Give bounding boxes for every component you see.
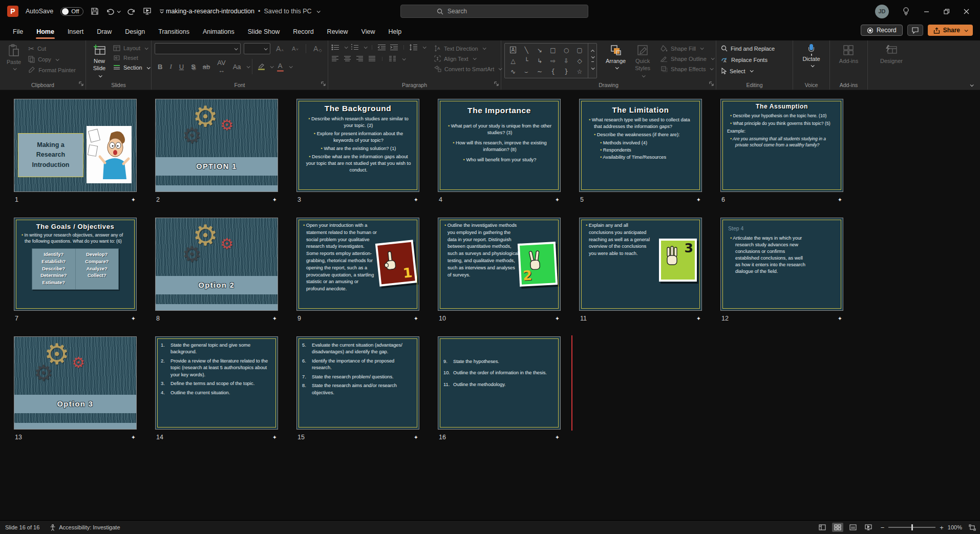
new-slide-button[interactable]: NewSlide	[89, 43, 110, 80]
autosave-toggle[interactable]: Off	[60, 7, 83, 16]
dialog-launcher-icon[interactable]	[709, 81, 714, 86]
slide-thumbnail-9[interactable]: Open your introduction with a statement …	[296, 218, 419, 311]
close-button[interactable]	[963, 8, 970, 15]
tab-slide-show[interactable]: Slide Show	[241, 24, 287, 39]
accessibility-status[interactable]: Accessibility: Investigate	[50, 524, 120, 531]
change-case-button[interactable]: Aa	[230, 62, 244, 72]
save-button[interactable]	[91, 7, 99, 15]
tab-draw[interactable]: Draw	[90, 24, 118, 39]
zoom-level[interactable]: 100%	[948, 524, 962, 530]
tab-transitions[interactable]: Transitions	[152, 24, 196, 39]
zoom-in-button[interactable]: +	[940, 524, 944, 531]
replace-fonts-button[interactable]: A Replace Fonts	[719, 56, 776, 63]
animation-star-icon[interactable]: ✦	[555, 197, 560, 203]
normal-view-button[interactable]	[817, 523, 828, 532]
shapes-gallery[interactable]: A ╲ ↘ □ ○ ▢ △ └ ↳ ⇨ ⇩ ◇ ∿ ⌣ ~	[504, 43, 597, 78]
animation-star-icon[interactable]: ✦	[696, 197, 701, 203]
align-left-button[interactable]	[331, 56, 339, 62]
animation-star-icon[interactable]: ✦	[272, 434, 277, 441]
shape-elbow-arrow[interactable]: ↳	[533, 55, 546, 66]
slide-thumbnail-5[interactable]: The Limitation What research type will b…	[579, 99, 702, 192]
format-painter-button[interactable]: Format Painter	[27, 66, 77, 74]
slide-thumbnail-16[interactable]: 9.State the hypotheses. 10.Outline the o…	[438, 336, 561, 430]
animation-star-icon[interactable]: ✦	[838, 315, 842, 322]
tab-help[interactable]: Help	[381, 24, 408, 39]
font-size-combo[interactable]	[244, 43, 270, 54]
bold-button[interactable]: B	[155, 62, 165, 72]
select-button[interactable]: Select	[719, 67, 776, 75]
animation-star-icon[interactable]: ✦	[272, 197, 277, 203]
shape-down-arrow[interactable]: ⇩	[560, 55, 573, 66]
slide-thumbnail-12[interactable]: Step 4 Articulate the ways in which your…	[720, 218, 843, 311]
record-button[interactable]: Record	[861, 25, 903, 36]
shape-scribble[interactable]: ∿	[506, 66, 520, 77]
section-button[interactable]: Section	[112, 64, 151, 71]
customize-quick-access-button[interactable]	[159, 8, 165, 14]
animation-star-icon[interactable]: ✦	[272, 315, 277, 322]
slide-sorter-view-button[interactable]	[832, 523, 843, 532]
font-name-combo[interactable]	[155, 43, 241, 54]
reading-view-button[interactable]	[847, 523, 859, 532]
dialog-launcher-icon[interactable]	[79, 81, 83, 86]
tab-insert[interactable]: Insert	[61, 24, 90, 39]
shape-right-brace[interactable]: }	[560, 66, 573, 77]
dictate-button[interactable]: Dictate	[799, 43, 823, 68]
find-and-replace-button[interactable]: Find and Replace	[719, 45, 776, 52]
shape-curve[interactable]: ~	[533, 66, 546, 77]
strikethrough-button[interactable]: ab	[200, 62, 213, 72]
decrease-indent-button[interactable]	[377, 44, 386, 51]
line-spacing-button[interactable]	[409, 44, 418, 51]
slide-counter[interactable]: Slide 16 of 16	[5, 524, 39, 530]
tab-view[interactable]: View	[355, 24, 382, 39]
numbering-button[interactable]	[351, 44, 359, 51]
shape-triangle[interactable]: △	[506, 55, 520, 66]
animation-star-icon[interactable]: ✦	[838, 197, 842, 203]
slide-thumbnail-13[interactable]: ⚙ ⚙ ⚙ Option 3	[14, 336, 137, 430]
slide-thumbnail-4[interactable]: The Importance What part of your study i…	[438, 99, 561, 192]
redo-button[interactable]	[127, 8, 136, 15]
convert-to-smartart-button[interactable]: Convert to SmartArt	[433, 65, 503, 73]
character-spacing-button[interactable]: AV↔	[214, 58, 228, 75]
cut-button[interactable]: ✂ Cut	[27, 45, 77, 53]
reset-button[interactable]: Reset	[112, 54, 151, 61]
shape-right-arrow[interactable]: ⇨	[546, 55, 560, 66]
columns-button[interactable]	[389, 56, 396, 62]
add-ins-button[interactable]: Add-ins	[836, 43, 862, 66]
shape-textbox[interactable]: A	[506, 45, 520, 55]
comments-button[interactable]	[907, 25, 923, 36]
tell-me-lightbulb-icon[interactable]	[902, 7, 910, 16]
bullets-button[interactable]	[331, 44, 339, 51]
share-button[interactable]: Share	[928, 25, 973, 36]
layout-button[interactable]: Layout	[112, 45, 151, 52]
increase-indent-button[interactable]	[390, 44, 398, 51]
zoom-out-button[interactable]: −	[881, 524, 885, 531]
shape-oval[interactable]: ○	[560, 45, 573, 55]
tab-animations[interactable]: Animations	[196, 24, 241, 39]
tab-home[interactable]: Home	[30, 24, 61, 39]
dialog-launcher-icon[interactable]	[494, 81, 499, 86]
search-input[interactable]	[448, 8, 560, 15]
paste-button[interactable]: Paste	[3, 43, 25, 71]
shape-effects-button[interactable]: Shape Effects	[659, 65, 715, 73]
zoom-slider-thumb[interactable]	[911, 524, 913, 530]
zoom-slider[interactable]	[888, 527, 935, 528]
underline-button[interactable]: U	[176, 62, 187, 72]
slide-thumbnail-1[interactable]: Making a Research Introduction	[14, 99, 137, 192]
slide-thumbnail-15[interactable]: 5.Evaluate the current situation (advant…	[296, 336, 419, 430]
slide-thumbnail-6[interactable]: The Assumption Describe your hypothesis …	[720, 99, 843, 192]
dialog-launcher-icon[interactable]	[321, 81, 326, 86]
gallery-up-icon[interactable]	[590, 49, 594, 53]
gallery-more-icon[interactable]	[591, 66, 594, 70]
align-right-button[interactable]	[356, 56, 364, 62]
animation-star-icon[interactable]: ✦	[131, 434, 136, 441]
gallery-down-icon[interactable]	[591, 55, 594, 58]
animation-star-icon[interactable]: ✦	[414, 315, 418, 322]
font-color-button[interactable]: A	[274, 61, 287, 73]
animation-star-icon[interactable]: ✦	[414, 197, 418, 203]
slide-thumbnail-2[interactable]: ⚙ ⚙ ⚙ OPTION 1	[155, 99, 278, 192]
shape-arc[interactable]: ⌣	[520, 66, 533, 77]
copy-button[interactable]: Copy	[27, 55, 77, 63]
shape-outline-button[interactable]: Shape Outline	[659, 55, 715, 62]
increase-font-size-button[interactable]: A˄	[273, 44, 286, 54]
shape-star[interactable]: ☆	[573, 66, 586, 77]
